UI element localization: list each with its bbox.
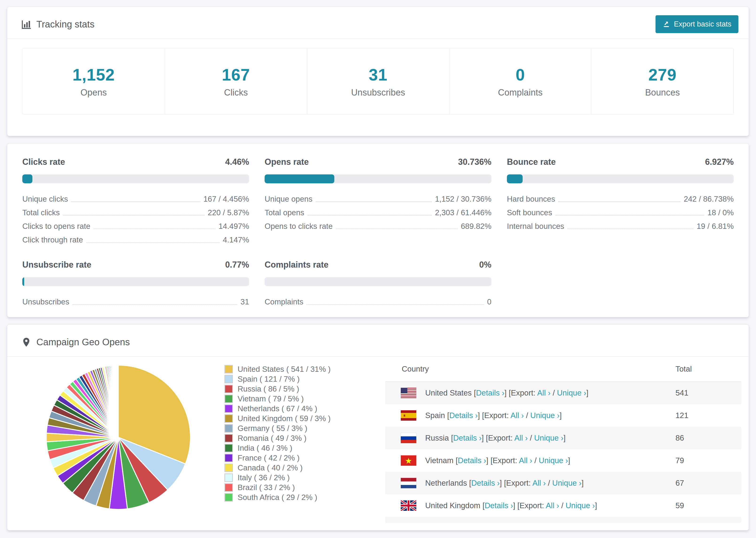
country-cell: Russia [Details ›] [Export: All › / Uniq… — [425, 434, 675, 443]
rate-detail-value: 220 / 5.87% — [208, 208, 249, 217]
legend-swatch — [225, 493, 233, 502]
total-cell: 541 — [675, 389, 732, 398]
dotted-leader — [316, 201, 432, 202]
flag-icon-ru — [401, 433, 416, 443]
stats-summary-row: 1,152Opens167Clicks31Unsubscribes0Compla… — [22, 48, 734, 115]
stat-value: 31 — [369, 66, 388, 84]
country-details-link[interactable]: Details › — [471, 479, 500, 487]
rates-grid-bottom: Unsubscribe rate0.77%Unsubscribes31Compl… — [7, 260, 749, 306]
export-all-link[interactable]: All › — [519, 456, 532, 465]
rate-detail-value: 14.497% — [219, 222, 249, 231]
rate-detail-value: 18 / 0% — [707, 208, 734, 217]
legend-label: United States ( 541 / 31% ) — [238, 365, 331, 374]
bracket: ] [Export: — [513, 501, 546, 510]
rate-detail-row: Unique opens1,152 / 30.736% — [265, 190, 491, 203]
legend-label: France ( 42 / 2% ) — [238, 454, 299, 462]
rate-detail-label: Total clicks — [22, 208, 60, 217]
export-unique-link[interactable]: Unique › — [539, 456, 568, 465]
rate-progress-fill — [22, 174, 32, 183]
rate-detail-row: Clicks to opens rate14.497% — [22, 217, 249, 231]
legend-swatch — [225, 463, 233, 472]
rate-detail-rows: Unique opens1,152 / 30.736%Total opens2,… — [265, 190, 491, 231]
legend-label: Germany ( 55 / 3% ) — [238, 424, 307, 433]
rate-title: Complaints rate — [265, 260, 328, 270]
stat-label: Unsubscribes — [351, 87, 405, 98]
bracket: ] — [568, 456, 570, 465]
rate-detail-rows: Complaints0 — [265, 293, 491, 306]
dotted-leader — [86, 242, 220, 243]
separator: / — [528, 434, 534, 442]
dotted-leader — [336, 229, 458, 229]
stat-value: 167 — [222, 66, 250, 84]
flag-icon-gb — [401, 501, 416, 511]
legend-item: Russia ( 86 / 5% ) — [225, 384, 331, 394]
country-name: Russia — [425, 434, 451, 442]
export-unique-link[interactable]: Unique › — [566, 501, 595, 510]
export-all-link[interactable]: All › — [511, 411, 524, 420]
country-details-link[interactable]: Details › — [458, 456, 486, 465]
stat-label: Clicks — [224, 87, 248, 98]
legend-swatch — [225, 424, 233, 433]
rate-detail-label: Complaints — [265, 297, 303, 306]
rate-detail-row: Unique clicks167 / 4.456% — [22, 190, 249, 203]
rate-detail-value: 4.147% — [223, 236, 249, 244]
rate-detail-row: Total clicks220 / 5.87% — [22, 203, 249, 217]
stat-label: Bounces — [645, 87, 680, 98]
legend-swatch — [225, 395, 233, 403]
separator: / — [524, 411, 530, 420]
rate-value: 6.927% — [705, 157, 734, 167]
table-row: Netherlands [Details ›] [Export: All › /… — [385, 472, 741, 494]
export-all-link[interactable]: All › — [532, 479, 546, 487]
rate-detail-label: Internal bounces — [507, 222, 564, 231]
rate-detail-label: Soft bounces — [507, 208, 552, 217]
rate-detail-label: Total opens — [265, 208, 304, 217]
country-name: Spain — [425, 411, 447, 420]
campaign-stats-page: { "accent_color": "#1a8ca3", "link_color… — [0, 0, 756, 538]
country-details-link[interactable]: Details › — [485, 501, 513, 510]
geo-opens-pie-chart — [44, 363, 192, 511]
export-unique-link[interactable]: Unique › — [557, 389, 586, 397]
bracket: [ — [482, 501, 485, 510]
stat-box-clicks: 167Clicks — [165, 49, 307, 114]
export-all-link[interactable]: All › — [546, 501, 559, 510]
legend-swatch — [225, 444, 233, 452]
stat-label: Opens — [81, 87, 107, 98]
export-unique-link[interactable]: Unique › — [530, 411, 560, 420]
rate-detail-value: 19 / 6.81% — [697, 222, 734, 231]
country-details-link[interactable]: Details › — [453, 434, 482, 442]
rate-detail-row: Unsubscribes31 — [22, 293, 249, 306]
legend-swatch — [225, 404, 233, 413]
country-details-link[interactable]: Details › — [476, 389, 504, 397]
export-unique-link[interactable]: Unique › — [534, 434, 564, 442]
card-title: Campaign Geo Opens — [36, 337, 130, 348]
country-name: Netherlands — [425, 479, 469, 487]
stat-box-bounces: 279Bounces — [591, 49, 733, 114]
rate-detail-label: Clicks to opens rate — [22, 222, 90, 231]
rates-grid-top: Clicks rate4.46%Unique clicks167 / 4.456… — [7, 157, 749, 244]
legend-item: France ( 42 / 2% ) — [225, 453, 331, 463]
export-all-link[interactable]: All › — [514, 434, 528, 442]
country-name: United Kingdom — [425, 501, 482, 510]
country-column-header: Country — [402, 364, 675, 373]
legend-label: India ( 46 / 3% ) — [238, 444, 292, 453]
stat-box-opens: 1,152Opens — [23, 49, 165, 114]
rate-detail-value: 31 — [241, 297, 249, 306]
legend-swatch — [225, 483, 233, 492]
geo-opens-table: Country Total United States [Details ›] … — [385, 357, 741, 523]
rate-progress-track — [22, 174, 249, 183]
export-all-link[interactable]: All › — [537, 389, 551, 397]
country-cell: Netherlands [Details ›] [Export: All › /… — [425, 479, 675, 488]
export-basic-stats-button[interactable]: Export basic stats — [656, 15, 738, 33]
country-details-link[interactable]: Details › — [449, 411, 478, 420]
bracket: ] — [564, 434, 566, 442]
bracket: [ — [451, 434, 453, 442]
rate-detail-value: 2,303 / 61.446% — [435, 208, 491, 217]
dotted-leader — [307, 215, 432, 215]
stat-value: 279 — [648, 66, 676, 84]
geo-table-body: United States [Details ›] [Export: All ›… — [385, 382, 741, 523]
export-unique-link[interactable]: Unique › — [552, 479, 581, 487]
flag-icon-es — [401, 410, 416, 421]
rates-card: Clicks rate4.46%Unique clicks167 / 4.456… — [7, 143, 749, 317]
legend-item: South Africa ( 29 / 2% ) — [225, 493, 331, 502]
dotted-leader — [558, 201, 680, 202]
